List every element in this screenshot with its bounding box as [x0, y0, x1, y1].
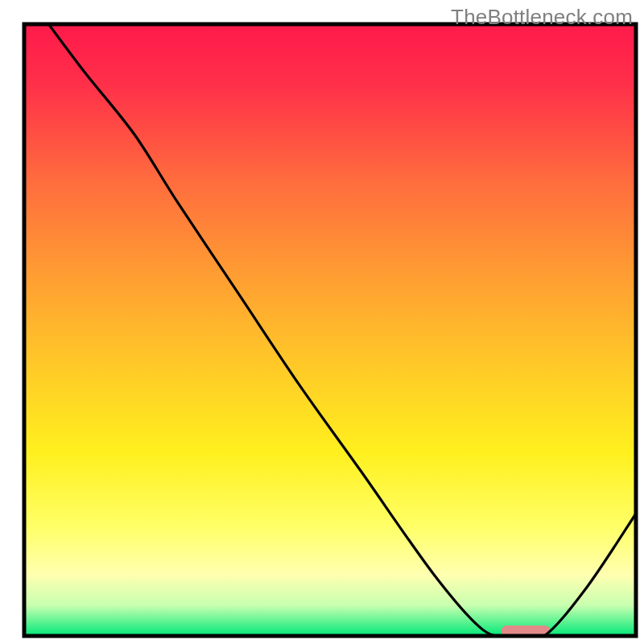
- bottleneck-chart: [0, 0, 644, 644]
- watermark-text: TheBottleneck.com: [451, 5, 633, 30]
- plot-background: [24, 24, 636, 636]
